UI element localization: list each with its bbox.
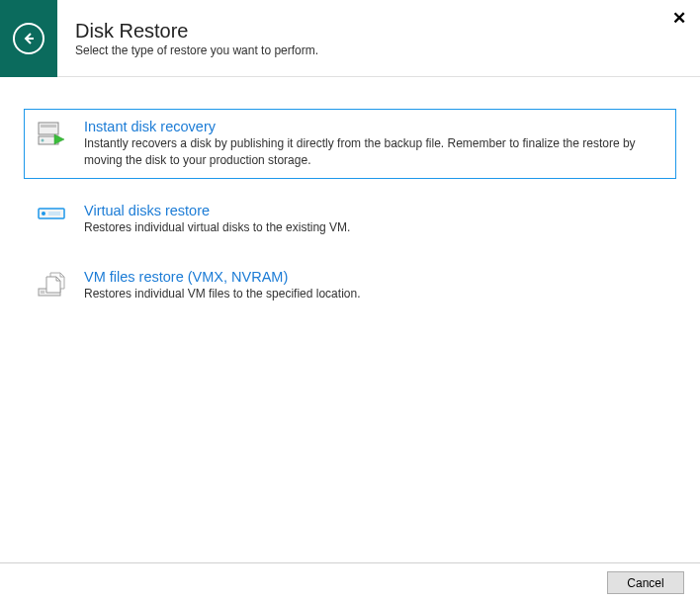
back-button[interactable] xyxy=(0,0,57,77)
option-text: Virtual disks restore Restores individua… xyxy=(84,203,663,236)
svg-rect-8 xyxy=(41,291,44,294)
option-instant-disk-recovery[interactable]: Instant disk recovery Instantly recovers… xyxy=(24,109,676,179)
svg-rect-1 xyxy=(41,125,56,128)
option-description: Restores individual VM files to the spec… xyxy=(84,286,663,302)
option-virtual-disks-restore[interactable]: Virtual disks restore Restores individua… xyxy=(24,193,676,246)
cancel-button[interactable]: Cancel xyxy=(607,571,684,594)
option-text: VM files restore (VMX, NVRAM) Restores i… xyxy=(84,269,663,302)
header-title-block: Disk Restore Select the type of restore … xyxy=(75,20,318,57)
svg-rect-6 xyxy=(48,212,60,215)
svg-rect-0 xyxy=(39,123,58,134)
dialog-footer: Cancel xyxy=(0,562,700,602)
option-description: Restores individual virtual disks to the… xyxy=(84,219,663,236)
page-title: Disk Restore xyxy=(75,20,318,43)
options-list: Instant disk recovery Instantly recovers… xyxy=(0,77,700,312)
disk-icon xyxy=(37,205,76,226)
option-title: Instant disk recovery xyxy=(84,119,663,134)
option-vm-files-restore[interactable]: VM files restore (VMX, NVRAM) Restores i… xyxy=(24,259,676,312)
option-title: VM files restore (VMX, NVRAM) xyxy=(84,269,663,285)
page-subtitle: Select the type of restore you want to p… xyxy=(75,43,318,57)
back-arrow-icon xyxy=(13,23,44,54)
dialog-header: Disk Restore Select the type of restore … xyxy=(0,0,700,77)
close-button[interactable]: ✕ xyxy=(672,10,686,27)
option-title: Virtual disks restore xyxy=(84,203,663,218)
disk-play-icon xyxy=(37,121,76,152)
svg-point-3 xyxy=(42,139,44,142)
option-text: Instant disk recovery Instantly recovers… xyxy=(84,119,663,169)
svg-point-5 xyxy=(42,212,45,215)
option-description: Instantly recovers a disk by publishing … xyxy=(84,135,663,169)
files-icon xyxy=(37,271,76,302)
